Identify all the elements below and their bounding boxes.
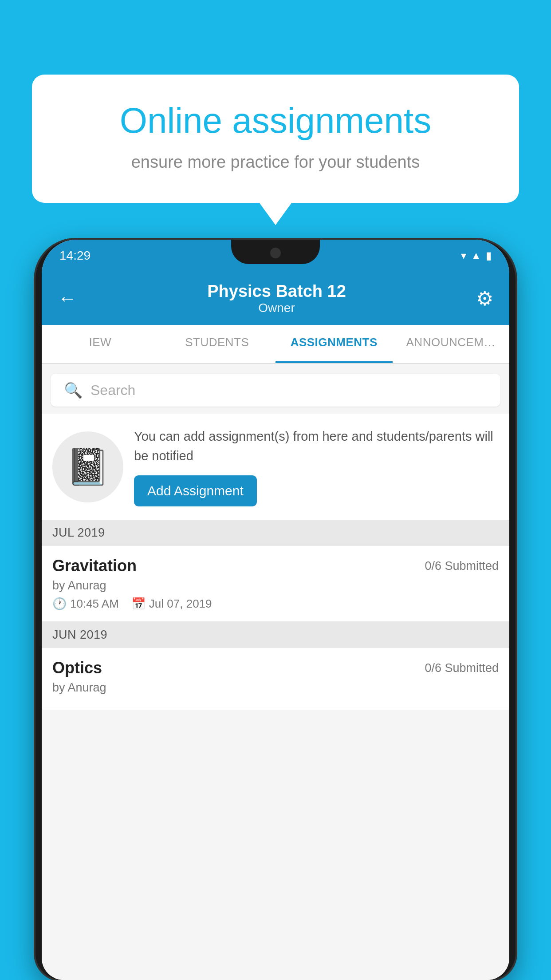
assignment-row: Gravitation 0/6 Submitted [52, 557, 499, 575]
tab-iew[interactable]: IEW [42, 325, 159, 363]
assignment-submitted: 0/6 Submitted [425, 559, 499, 573]
assignment-meta: 🕐 10:45 AM 📅 Jul 07, 2019 [52, 597, 499, 611]
content-area: 🔍 Search 📓 You can add assignment(s) fro… [42, 365, 509, 980]
promo-card: 📓 You can add assignment(s) from here an… [42, 414, 509, 520]
app-bar-subtitle: Owner [207, 301, 346, 315]
battery-icon: ▮ [486, 249, 492, 262]
bubble-subtitle: ensure more practice for your students [67, 153, 484, 172]
assignment-by: by Anurag [52, 579, 499, 593]
tab-students[interactable]: STUDENTS [159, 325, 276, 363]
assignment-item-optics[interactable]: Optics 0/6 Submitted by Anurag [42, 648, 509, 710]
section-header-jul: JUL 2019 [42, 520, 509, 546]
assignment-by-optics: by Anurag [52, 681, 499, 695]
speech-bubble: Online assignments ensure more practice … [32, 75, 519, 203]
phone-screen: 14:29 ▾ ▲ ▮ ← Physics Batch 12 Owner ⚙ I… [42, 240, 509, 980]
back-button[interactable]: ← [58, 287, 77, 309]
notch [231, 240, 320, 264]
search-icon: 🔍 [64, 381, 83, 399]
search-input[interactable]: Search [91, 382, 135, 399]
assignment-row-optics: Optics 0/6 Submitted [52, 659, 499, 677]
add-assignment-button[interactable]: Add Assignment [134, 475, 257, 506]
tab-announcements[interactable]: ANNOUNCEM… [393, 325, 510, 363]
app-bar: ← Physics Batch 12 Owner ⚙ [42, 272, 509, 325]
settings-icon[interactable]: ⚙ [476, 287, 493, 310]
section-header-jun: JUN 2019 [42, 622, 509, 648]
date-value: Jul 07, 2019 [149, 597, 212, 611]
assignment-item-gravitation[interactable]: Gravitation 0/6 Submitted by Anurag 🕐 10… [42, 546, 509, 622]
bubble-title: Online assignments [67, 101, 484, 140]
assignment-date: 📅 Jul 07, 2019 [131, 597, 212, 611]
front-camera [270, 248, 281, 258]
status-time: 14:29 [59, 249, 91, 263]
wifi-icon: ▾ [461, 249, 466, 262]
promo-icon-circle: 📓 [52, 431, 123, 502]
status-icons: ▾ ▲ ▮ [461, 249, 492, 262]
app-bar-center: Physics Batch 12 Owner [207, 282, 346, 315]
time-value: 10:45 AM [70, 597, 119, 611]
assignment-name-optics: Optics [52, 659, 102, 677]
calendar-icon: 📅 [131, 597, 146, 611]
promo-text: You can add assignment(s) from here and … [134, 427, 499, 506]
assignment-time: 🕐 10:45 AM [52, 597, 119, 611]
tab-assignments[interactable]: ASSIGNMENTS [276, 325, 393, 363]
tabs-bar: IEW STUDENTS ASSIGNMENTS ANNOUNCEM… [42, 325, 509, 364]
assignment-name: Gravitation [52, 557, 137, 575]
promo-description: You can add assignment(s) from here and … [134, 427, 499, 466]
signal-icon: ▲ [471, 249, 481, 262]
app-bar-title: Physics Batch 12 [207, 282, 346, 301]
search-bar[interactable]: 🔍 Search [51, 374, 500, 407]
speech-bubble-container: Online assignments ensure more practice … [32, 75, 519, 203]
assignment-submitted-optics: 0/6 Submitted [425, 661, 499, 675]
phone-frame: 14:29 ▾ ▲ ▮ ← Physics Batch 12 Owner ⚙ I… [35, 240, 516, 980]
clock-icon: 🕐 [52, 597, 67, 611]
notebook-icon: 📓 [66, 446, 110, 488]
